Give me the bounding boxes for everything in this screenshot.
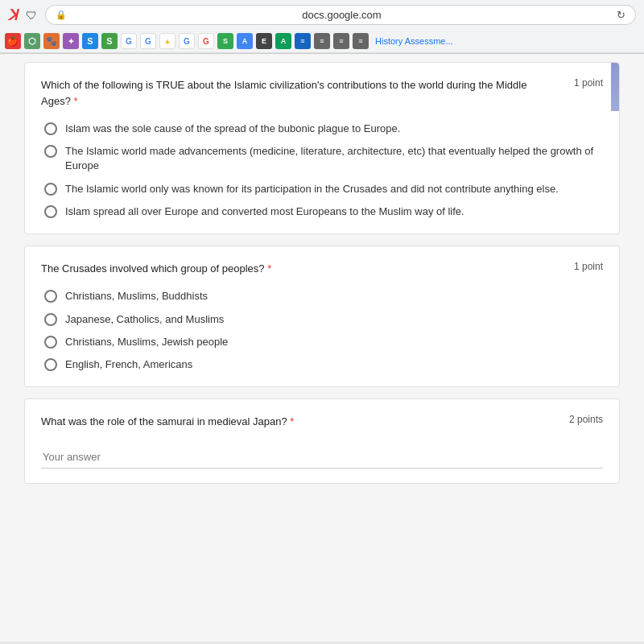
options-list-2: Christians, Muslims, Buddhists Japanese,… [41,289,603,372]
required-marker-2: * [267,262,271,275]
option-text-2-1: Christians, Muslims, Buddhists [65,289,208,303]
bookmark-2[interactable]: ⬡ [24,33,40,49]
option-2-4[interactable]: English, French, Americans [44,357,603,372]
option-1-3[interactable]: The Islamic world only was known for its… [44,182,603,196]
question-text-1: Which of the following is TRUE about the… [41,77,566,109]
required-marker-1: * [74,95,78,107]
question-card-2: The Crusades involved which group of peo… [24,246,620,387]
browser-logo: ꓘ [8,6,18,24]
url-display: docs.google.com [72,9,612,21]
question-header-1: Which of the following is TRUE about the… [41,77,603,109]
required-marker-3: * [290,415,294,427]
bookmark-s1[interactable]: S [82,33,98,49]
question-card-3: What was the role of the samurai in medi… [24,398,620,484]
option-text-2-2: Japanese, Catholics, and Muslims [65,312,224,327]
option-text-1-4: Islam spread all over Europe and convert… [65,204,464,219]
bookmark-g2[interactable]: G [140,33,156,49]
bookmark-3[interactable]: 🐾 [43,33,60,49]
bookmark-drive[interactable]: ▲ [159,33,175,49]
bookmark-1[interactable]: 🍎 [5,33,21,49]
points-label-3: 2 points [569,414,603,425]
bookmark-table2[interactable]: ≡ [314,33,330,49]
question-header-3: What was the role of the samurai in medi… [41,414,603,430]
bookmarks-bar: 🍎 ⬡ 🐾 ✦ S S G G ▲ G G S A E A ≡ ≡ ≡ ≡ Hi… [0,30,644,53]
bookmark-dark-e[interactable]: E [256,33,272,49]
question-header-2: The Crusades involved which group of peo… [41,261,603,277]
bookmark-green-a[interactable]: A [275,33,291,49]
bookmark-4[interactable]: ✦ [63,33,79,49]
option-text-1-3: The Islamic world only was known for its… [65,182,559,196]
corner-decoration [611,63,619,111]
radio-2-3[interactable] [44,336,57,349]
option-1-2[interactable]: The Islamic world made advancements (med… [44,144,603,173]
options-list-1: Islam was the sole cause of the spread o… [41,122,603,219]
radio-2-1[interactable] [44,290,57,303]
bookmark-s2[interactable]: S [101,33,118,49]
option-2-1[interactable]: Christians, Muslims, Buddhists [44,289,603,303]
text-answer-input-3[interactable] [41,446,603,469]
option-1-4[interactable]: Islam spread all over Europe and convert… [44,204,603,219]
option-2-2[interactable]: Japanese, Catholics, and Muslims [44,312,603,327]
lock-icon: 🔒 [56,10,67,20]
bookmark-g3[interactable]: G [179,33,195,49]
bookmark-table3[interactable]: ≡ [333,33,349,49]
radio-1-1[interactable] [44,122,57,135]
bookmark-table4[interactable]: ≡ [353,33,369,49]
bookmark-g4[interactable]: G [198,33,214,49]
option-1-1[interactable]: Islam was the sole cause of the spread o… [44,122,603,136]
bookmark-table1[interactable]: ≡ [295,33,311,49]
radio-1-4[interactable] [44,205,57,218]
bookmark-docs-a[interactable]: A [237,33,253,49]
points-label-1: 1 point [574,77,603,89]
radio-1-3[interactable] [44,183,57,196]
browser-chrome: ꓘ 🛡 🔒 docs.google.com ↻ 🍎 ⬡ 🐾 ✦ S S G G … [0,0,644,54]
question-text-3: What was the role of the samurai in medi… [41,414,561,430]
option-text-2-3: Christians, Muslims, Jewish people [65,335,228,349]
shield-icon: 🛡 [26,9,37,22]
radio-1-2[interactable] [44,145,57,158]
address-bar[interactable]: 🔒 docs.google.com ↻ [45,5,636,25]
question-text-2: The Crusades involved which group of peo… [41,261,566,277]
points-label-2: 1 point [574,261,603,272]
option-text-2-4: English, French, Americans [65,357,192,372]
bookmark-g1[interactable]: G [121,33,137,49]
option-2-3[interactable]: Christians, Muslims, Jewish people [44,335,603,349]
bookmark-slides[interactable]: S [217,33,233,49]
refresh-icon[interactable]: ↻ [617,9,625,21]
radio-2-4[interactable] [44,358,57,371]
radio-2-2[interactable] [44,313,57,326]
option-text-1-2: The Islamic world made advancements (med… [65,144,603,173]
title-bar: ꓘ 🛡 🔒 docs.google.com ↻ [0,0,644,30]
history-tab-label[interactable]: History Assessme... [375,36,453,46]
question-card-1: Which of the following is TRUE about the… [24,62,620,234]
option-text-1-1: Islam was the sole cause of the spread o… [65,122,400,136]
page-content: Which of the following is TRUE about the… [0,54,644,642]
